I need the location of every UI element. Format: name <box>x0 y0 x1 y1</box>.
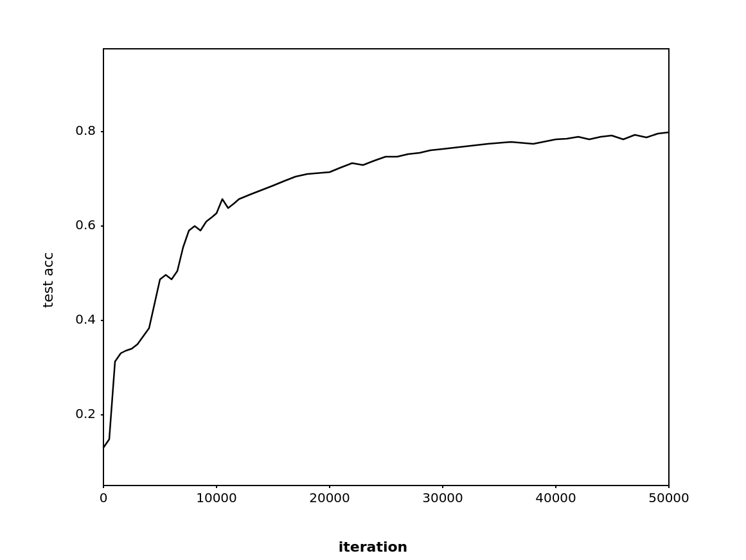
chart-wrap: test acc iteration 0.2 0.4 0.6 0.8 <box>52 36 695 524</box>
svg-text:0.6: 0.6 <box>75 217 96 232</box>
svg-text:30000: 30000 <box>422 490 463 505</box>
svg-text:20000: 20000 <box>309 490 350 505</box>
chart-container: test acc iteration 0.2 0.4 0.6 0.8 <box>20 17 727 543</box>
svg-text:50000: 50000 <box>648 490 689 505</box>
x-axis-label: iteration <box>339 539 408 555</box>
svg-text:0.8: 0.8 <box>75 123 96 138</box>
y-axis-label: test acc <box>39 252 55 308</box>
svg-rect-0 <box>103 49 669 486</box>
svg-text:0: 0 <box>99 490 107 505</box>
svg-text:40000: 40000 <box>535 490 576 505</box>
chart-svg: 0.2 0.4 0.6 0.8 0 10000 20000 3 <box>52 36 695 524</box>
svg-text:10000: 10000 <box>196 490 237 505</box>
svg-text:0.2: 0.2 <box>75 406 96 421</box>
svg-text:0.4: 0.4 <box>75 311 96 327</box>
